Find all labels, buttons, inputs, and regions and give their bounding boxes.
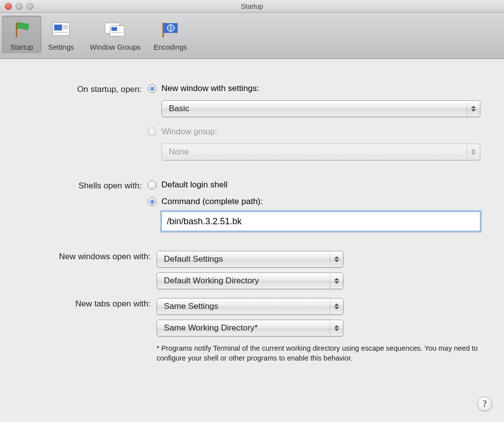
toolbar-tab-window-groups[interactable]: Window Groups: [81, 16, 150, 53]
toolbar-tab-label: Settings: [48, 43, 74, 51]
svg-rect-11: [162, 23, 164, 37]
radio-command-path-label: Command (complete path):: [161, 197, 263, 207]
svg-rect-9: [111, 27, 117, 31]
popup-new-tabs-settings-value: Same Settings: [164, 301, 219, 311]
startup-pane: On startup, open: New window with settin…: [0, 59, 504, 422]
updown-arrows-icon: [330, 273, 339, 289]
minimize-button[interactable]: [16, 3, 23, 10]
label-new-windows-open-with: New windows open with:: [14, 251, 157, 262]
updown-arrows-icon: [330, 251, 339, 267]
command-path-input[interactable]: [161, 211, 480, 231]
popup-window-group: None: [161, 144, 480, 160]
toolbar-tab-label: Encodings: [154, 43, 187, 51]
radio-new-window[interactable]: [148, 84, 157, 93]
help-icon: ?: [483, 399, 487, 409]
titlebar[interactable]: Startup: [0, 0, 504, 13]
toolbar-tab-label: Startup: [10, 43, 33, 51]
popup-new-window-settings-value: Basic: [169, 104, 189, 114]
window-groups-icon: [103, 18, 127, 41]
updown-arrows-icon: [330, 299, 339, 314]
popup-new-windows-settings[interactable]: Default Settings: [157, 251, 344, 268]
preferences-window: Startup Startup: [0, 0, 504, 422]
close-button[interactable]: [5, 3, 12, 10]
radio-window-group-label: Window group:: [161, 127, 217, 137]
radio-window-group[interactable]: [148, 127, 157, 136]
toolbar: Startup Settings: [0, 13, 504, 59]
zoom-button[interactable]: [27, 3, 33, 10]
popup-window-group-value: None: [169, 147, 189, 157]
svg-rect-0: [16, 23, 17, 37]
radio-new-window-label: New window with settings:: [161, 84, 259, 93]
encodings-flag-icon: [158, 18, 182, 41]
label-on-startup-open: On startup, open:: [14, 84, 148, 94]
window-title: Startup: [241, 2, 263, 10]
popup-new-windows-settings-value: Default Settings: [164, 254, 223, 264]
popup-new-windows-working-dir-value: Default Working Directory: [164, 276, 259, 286]
toolbar-tab-settings[interactable]: Settings: [41, 16, 81, 53]
flag-icon: [10, 18, 33, 41]
footnote: * Programs notify Terminal of the curren…: [157, 343, 480, 363]
radio-command-path[interactable]: [148, 197, 157, 206]
label-new-tabs-open-with: New tabs open with:: [14, 298, 157, 309]
toolbar-tab-label: Window Groups: [90, 43, 140, 51]
popup-new-tabs-working-dir[interactable]: Same Working Directory*: [157, 320, 344, 336]
updown-arrows-icon: [467, 144, 476, 160]
help-button[interactable]: ?: [477, 396, 492, 411]
radio-default-login-shell-label: Default login shell: [161, 180, 227, 190]
settings-doc-icon: [49, 18, 73, 41]
popup-new-window-settings[interactable]: Basic: [161, 100, 480, 117]
svg-rect-2: [54, 25, 62, 30]
traffic-lights: [5, 3, 33, 10]
label-shells-open-with: Shells open with:: [14, 180, 148, 191]
radio-default-login-shell[interactable]: [148, 181, 157, 189]
popup-new-tabs-working-dir-value: Same Working Directory*: [164, 323, 258, 333]
toolbar-tab-startup[interactable]: Startup: [2, 16, 41, 53]
updown-arrows-icon: [467, 101, 476, 117]
popup-new-windows-working-dir[interactable]: Default Working Directory: [157, 272, 344, 289]
popup-new-tabs-settings[interactable]: Same Settings: [157, 298, 344, 315]
updown-arrows-icon: [330, 320, 339, 336]
toolbar-tab-encodings[interactable]: Encodings: [150, 16, 191, 53]
